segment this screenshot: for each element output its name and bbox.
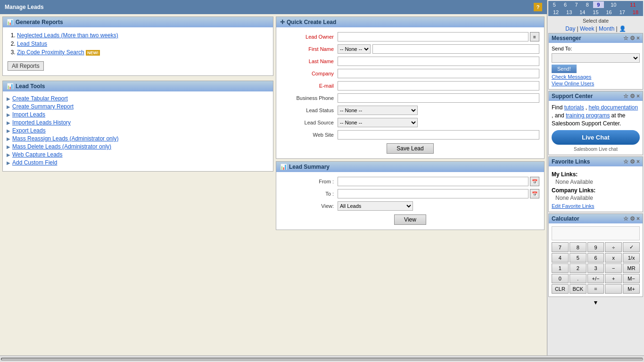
business-phone-input[interactable] bbox=[338, 93, 539, 103]
cal-d13[interactable]: 13 bbox=[562, 9, 576, 16]
cal-d14[interactable]: 14 bbox=[576, 9, 589, 16]
zip-code-link[interactable]: Zip Code Proximity Search bbox=[17, 49, 84, 56]
list-item: ▶ Web Capture Leads bbox=[7, 151, 269, 158]
neglected-leads-link[interactable]: Neglected Leads (More than two weeks) bbox=[17, 32, 118, 39]
calendar-user-icon[interactable]: 👤 bbox=[619, 25, 626, 32]
messenger-pin-icon[interactable]: ☆ bbox=[623, 35, 628, 41]
check-messages-link[interactable]: Check Messages bbox=[552, 74, 640, 80]
calc-btn-inverse[interactable]: 1/x bbox=[623, 253, 640, 263]
calc-btn-add[interactable]: + bbox=[605, 274, 622, 283]
calc-btn-mr[interactable]: MR bbox=[623, 263, 640, 273]
calc-btn-8[interactable]: 8 bbox=[570, 242, 586, 252]
to-date-input[interactable] bbox=[338, 189, 528, 198]
calc-btn-divide[interactable]: ÷ bbox=[605, 242, 622, 252]
support-settings-icon[interactable]: ⚙ bbox=[630, 93, 635, 99]
cal-d12[interactable]: 12 bbox=[549, 9, 562, 16]
cal-d15[interactable]: 15 bbox=[589, 9, 602, 16]
view-button[interactable]: View bbox=[394, 214, 426, 225]
add-custom-field-link[interactable]: Add Custom Field bbox=[12, 159, 57, 166]
company-input[interactable] bbox=[338, 69, 539, 78]
calc-btn-2[interactable]: 2 bbox=[570, 263, 586, 273]
cal-day11[interactable]: 11 bbox=[623, 1, 643, 8]
cal-day7[interactable]: 7 bbox=[571, 1, 582, 8]
email-input[interactable] bbox=[338, 81, 539, 90]
messenger-send-button[interactable]: Send! bbox=[552, 65, 577, 73]
help-documentation-link[interactable]: help documentation bbox=[588, 104, 638, 111]
calendar-view-nav: Day | Week | Month | 👤 bbox=[548, 25, 643, 33]
cal-day6[interactable]: 6 bbox=[560, 1, 570, 8]
create-summary-report-link[interactable]: Create Summary Report bbox=[12, 103, 74, 110]
web-capture-link[interactable]: Web Capture Leads bbox=[12, 151, 63, 158]
support-pin-icon[interactable]: ☆ bbox=[623, 93, 628, 99]
mass-delete-link[interactable]: Mass Delete Leads (Administrator only) bbox=[12, 143, 111, 150]
calc-btn-multiply[interactable]: x bbox=[605, 253, 622, 263]
calc-pin-icon[interactable]: ☆ bbox=[623, 215, 628, 222]
messenger-settings-icon[interactable]: ⚙ bbox=[630, 35, 635, 41]
fav-close-icon[interactable]: × bbox=[636, 158, 640, 165]
view-select[interactable]: All Leads My Leads My Team's Leads bbox=[338, 201, 413, 211]
calc-btn-check[interactable]: ✓ bbox=[623, 242, 640, 252]
fav-settings-icon[interactable]: ⚙ bbox=[630, 158, 635, 165]
cal-day8[interactable]: 8 bbox=[582, 1, 593, 8]
calc-btn-9[interactable]: 9 bbox=[587, 242, 604, 252]
week-view-link[interactable]: Week bbox=[580, 25, 594, 32]
mass-reassign-link[interactable]: Mass Reassign Leads (Administrator only) bbox=[12, 135, 118, 142]
calc-btn-mminus[interactable]: M− bbox=[623, 274, 640, 283]
calc-btn-7[interactable]: 7 bbox=[552, 242, 569, 252]
training-programs-link[interactable]: training programs bbox=[566, 112, 610, 119]
cal-d16[interactable]: 16 bbox=[603, 9, 616, 16]
cal-day10[interactable]: 10 bbox=[604, 1, 623, 8]
calc-close-icon[interactable]: × bbox=[636, 215, 640, 222]
calc-btn-5[interactable]: 5 bbox=[570, 253, 586, 263]
last-name-input[interactable] bbox=[338, 57, 539, 66]
messenger-recipient-select[interactable] bbox=[552, 53, 640, 63]
calc-btn-3[interactable]: 3 bbox=[587, 263, 604, 273]
scroll-track[interactable] bbox=[1, 358, 643, 361]
lead-status-select[interactable]: -- None -- New Assigned In Process Conve… bbox=[338, 106, 418, 115]
calc-btn-6[interactable]: 6 bbox=[587, 253, 604, 263]
all-reports-button[interactable]: All Reports bbox=[8, 61, 44, 71]
calc-btn-plusminus[interactable]: +/− bbox=[587, 274, 604, 283]
scroll-down-icon[interactable]: ▼ bbox=[548, 298, 643, 307]
from-date-input[interactable] bbox=[338, 177, 528, 186]
bottom-scrollbar[interactable] bbox=[0, 355, 644, 362]
edit-favorite-links-link[interactable]: Edit Favorite Links bbox=[552, 203, 640, 209]
calc-btn-bck[interactable]: BCK bbox=[570, 284, 586, 294]
calc-btn-mplus[interactable]: M+ bbox=[623, 284, 640, 294]
calc-btn-0[interactable]: 0 bbox=[552, 274, 569, 283]
save-lead-button[interactable]: Save Lead bbox=[387, 143, 433, 154]
support-close-icon[interactable]: × bbox=[636, 93, 640, 99]
import-leads-link[interactable]: Import Leads bbox=[12, 111, 45, 118]
calc-btn-4[interactable]: 4 bbox=[552, 253, 569, 263]
calc-btn-equals[interactable]: = bbox=[587, 284, 604, 294]
calc-btn-1[interactable]: 1 bbox=[552, 263, 569, 273]
calc-btn-clr[interactable]: CLR bbox=[552, 284, 569, 294]
create-tabular-report-link[interactable]: Create Tabular Report bbox=[12, 95, 68, 102]
month-view-link[interactable]: Month bbox=[599, 25, 614, 32]
first-name-input[interactable] bbox=[372, 44, 539, 54]
calc-btn-subtract[interactable]: − bbox=[605, 263, 622, 273]
fav-pin-icon[interactable]: ☆ bbox=[623, 158, 628, 165]
export-leads-link[interactable]: Export Leads bbox=[12, 127, 46, 134]
imported-leads-history-link[interactable]: Imported Leads History bbox=[12, 119, 71, 126]
first-name-salutation-select[interactable]: -- None -- Mr. Mrs. Ms. Dr. bbox=[338, 44, 371, 54]
from-calendar-button[interactable]: 📅 bbox=[530, 177, 539, 186]
to-calendar-button[interactable]: 📅 bbox=[530, 189, 539, 198]
messenger-close-icon[interactable]: × bbox=[636, 35, 640, 41]
lead-source-select[interactable]: -- None -- Cold Call Existing Customer S… bbox=[338, 118, 418, 127]
cal-day9-today[interactable]: 9 bbox=[593, 1, 604, 8]
lead-status-link[interactable]: Lead Status bbox=[17, 41, 47, 47]
lead-owner-lookup-button[interactable]: ≡ bbox=[530, 32, 539, 41]
calc-settings-icon[interactable]: ⚙ bbox=[630, 215, 635, 222]
web-site-input[interactable] bbox=[338, 130, 539, 140]
calc-btn-decimal[interactable]: . bbox=[570, 274, 586, 283]
day-view-link[interactable]: Day bbox=[565, 25, 575, 32]
lead-owner-input[interactable] bbox=[338, 32, 528, 41]
view-online-users-link[interactable]: View Online Users bbox=[552, 81, 640, 86]
live-chat-button[interactable]: Live Chat bbox=[552, 130, 640, 145]
cal-d18[interactable]: 18 bbox=[629, 9, 642, 16]
cal-d17[interactable]: 17 bbox=[616, 9, 629, 16]
tutorials-link[interactable]: tutorials bbox=[564, 104, 584, 111]
cal-day5[interactable]: 5 bbox=[549, 1, 560, 8]
help-button[interactable]: ? bbox=[534, 3, 542, 11]
